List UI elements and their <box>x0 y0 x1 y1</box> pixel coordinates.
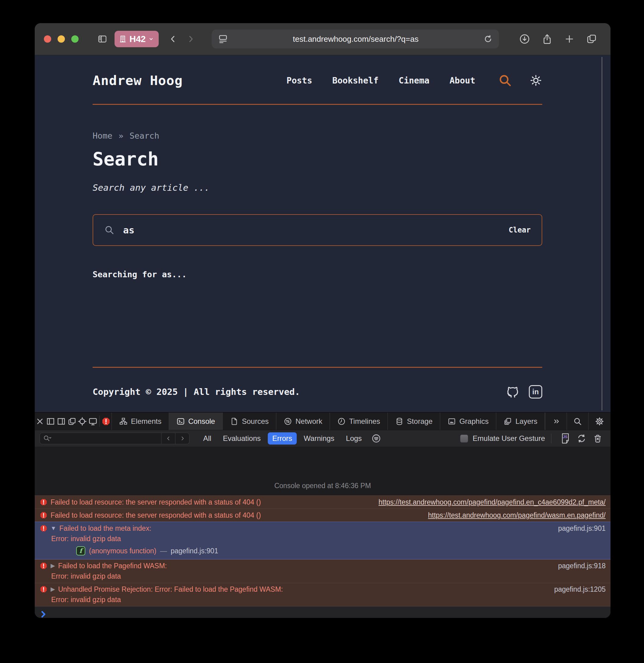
next-result-button[interactable] <box>176 433 189 444</box>
issues-badge[interactable] <box>101 413 112 430</box>
source-location[interactable]: pagefind.js:1205 <box>554 585 606 594</box>
scope-warnings[interactable]: Warnings <box>299 432 339 444</box>
prompt-chevron-icon <box>40 610 47 618</box>
previous-result-button[interactable] <box>161 433 176 444</box>
minimize-window-button[interactable] <box>58 35 65 43</box>
js-document-icon: JS <box>560 433 570 444</box>
back-button[interactable] <box>164 34 182 44</box>
tab-layers[interactable]: Layers <box>496 413 545 430</box>
nav-link-about[interactable]: About <box>450 75 475 86</box>
console-error-row[interactable]: Failed to load resource: the server resp… <box>35 508 611 522</box>
breadcrumb-home[interactable]: Home <box>93 131 112 140</box>
console-error-row-selected[interactable]: ▼ Failed to load the meta index: pagefin… <box>35 522 611 559</box>
database-icon <box>395 417 404 426</box>
linkedin-link[interactable]: in <box>529 385 542 398</box>
js-context-button[interactable]: JS <box>557 433 573 444</box>
tab-elements[interactable]: Elements <box>112 413 169 430</box>
search-status: Searching for as... <box>93 270 542 279</box>
reload-icon <box>483 34 493 44</box>
stack-frame[interactable]: f (anonymous function) — pagefind.js:901 <box>76 546 606 556</box>
site-search-button[interactable] <box>498 74 512 87</box>
tab-console[interactable]: Console <box>169 413 222 430</box>
forward-button[interactable] <box>182 34 200 44</box>
sun-icon <box>529 74 542 87</box>
chevrons-right-icon <box>551 417 560 426</box>
tabbar-right <box>545 413 611 430</box>
clear-console-button[interactable] <box>590 434 606 443</box>
source-location[interactable]: pagefind.js:901 <box>558 524 606 533</box>
tab-group-label: H42 <box>130 34 146 44</box>
site-nav: Posts Bookshelf Cinema About <box>287 75 475 86</box>
page-scrollbar[interactable] <box>602 57 602 410</box>
tab-overview-button[interactable] <box>582 33 601 45</box>
chevron-down-icon <box>148 36 154 42</box>
site-header: Andrew Hoog Posts Bookshelf Cinema About <box>93 73 542 88</box>
github-link[interactable] <box>506 385 520 399</box>
tab-network[interactable]: Network <box>276 413 330 430</box>
scope-evaluations[interactable]: Evaluations <box>218 432 265 444</box>
theme-toggle-button[interactable] <box>529 74 542 87</box>
console-error-row[interactable]: ▶ Failed to load the Pagefind WASM: page… <box>35 559 611 583</box>
new-tab-button[interactable] <box>560 34 579 44</box>
dock-left-button[interactable] <box>45 413 56 430</box>
message-sources-button[interactable] <box>369 434 384 443</box>
zoom-window-button[interactable] <box>71 35 78 43</box>
scope-all[interactable]: All <box>199 432 216 444</box>
clear-search-button[interactable]: Clear <box>509 226 531 234</box>
console-filter-input[interactable] <box>40 433 161 444</box>
svg-text:JS: JS <box>563 435 568 439</box>
console-error-row[interactable]: Failed to load resource: the server resp… <box>35 496 611 508</box>
inspector-close-button[interactable] <box>35 413 45 430</box>
reload-button[interactable] <box>483 34 493 44</box>
console-filter-group <box>40 433 189 444</box>
responsive-design-button[interactable] <box>88 413 98 430</box>
console-scope-bar: All Evaluations Errors Warnings Logs <box>199 432 366 444</box>
share-button[interactable] <box>537 33 557 45</box>
nav-link-bookshelf[interactable]: Bookshelf <box>332 75 379 86</box>
source-location[interactable]: pagefind.js:918 <box>558 561 606 570</box>
nav-link-cinema[interactable]: Cinema <box>399 75 430 86</box>
error-message: Failed to load resource: the server resp… <box>51 498 376 507</box>
console-prompt[interactable] <box>35 606 611 618</box>
error-message: Failed to load the meta index: <box>60 524 555 533</box>
disclosure-closed-icon[interactable]: ▶ <box>51 561 55 570</box>
close-window-button[interactable] <box>44 35 51 43</box>
stack-location[interactable]: pagefind.js:901 <box>170 546 218 556</box>
tab-sources[interactable]: Sources <box>222 413 276 430</box>
error-octagon-icon <box>101 417 111 426</box>
toolbar-divider <box>99 416 100 427</box>
resource-link[interactable]: https://test.andrewhoog.com/pagefind/pag… <box>379 498 606 507</box>
site-footer: Copyright © 2025 | All rights reserved. … <box>93 385 542 399</box>
tab-label: Elements <box>131 417 161 426</box>
downloads-button[interactable] <box>515 33 534 45</box>
dock-right-button[interactable] <box>56 413 66 430</box>
inspector-settings-button[interactable] <box>588 413 611 430</box>
tab-graphics[interactable]: Graphics <box>440 413 496 430</box>
tab-group-button[interactable]: H42 <box>115 31 159 47</box>
article-search-input[interactable]: as Clear <box>93 214 542 246</box>
disclosure-closed-icon[interactable]: ▶ <box>51 585 55 594</box>
resource-link[interactable]: https://test.andrewhoog.com/pagefind/was… <box>428 511 606 520</box>
inspector-tabbar: Elements Console Sources <box>35 413 611 430</box>
nav-link-posts[interactable]: Posts <box>287 75 312 86</box>
tab-storage[interactable]: Storage <box>388 413 440 430</box>
error-detail: Error: invalid gzip data <box>51 534 606 543</box>
emulate-user-gesture-checkbox[interactable] <box>460 434 468 443</box>
reload-page-button[interactable] <box>573 433 590 443</box>
emulate-user-gesture-label: Emulate User Gesture <box>473 434 545 443</box>
address-bar[interactable]: test.andrewhoog.com/search/?q=as <box>212 29 499 48</box>
inspector-search-button[interactable] <box>567 413 588 430</box>
disclosure-open-icon[interactable]: ▼ <box>51 524 56 533</box>
toolbar-right <box>515 33 601 45</box>
site-title[interactable]: Andrew Hoog <box>93 73 183 88</box>
share-icon <box>542 33 553 45</box>
more-tabs-button[interactable] <box>545 413 567 430</box>
element-picker-button[interactable] <box>77 413 88 430</box>
search-icon <box>573 417 582 426</box>
undock-button[interactable] <box>66 413 77 430</box>
tab-timelines[interactable]: Timelines <box>330 413 388 430</box>
scope-logs[interactable]: Logs <box>342 432 366 444</box>
sidebar-toggle-button[interactable] <box>93 34 112 44</box>
console-error-row[interactable]: ▶ Unhandled Promise Rejection: Error: Fa… <box>35 583 611 606</box>
scope-errors[interactable]: Errors <box>268 432 297 444</box>
